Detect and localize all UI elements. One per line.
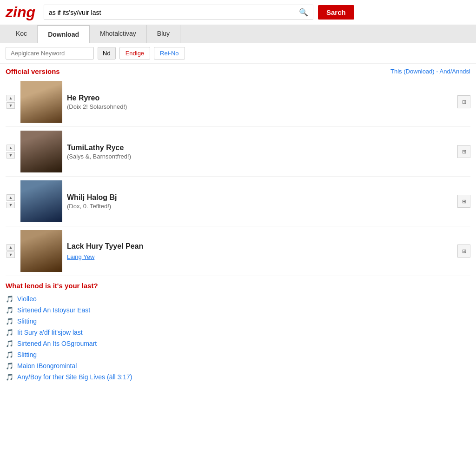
search-icon: 🔍 [299, 8, 308, 16]
artist-sub-2: (Salys &, Barnsontfred!) [67, 153, 453, 160]
artist-info-1: He Ryreo (Doix 2! Solarsohned!) [67, 94, 453, 110]
stepper-3: ▲ ▼ [6, 194, 16, 208]
artist-sub-3: (Dox, 0. Teflted!) [67, 203, 453, 210]
what-list: 🎵 Violleo 🎵 Sirtened An Istoysur East 🎵 … [6, 293, 470, 383]
what-item[interactable]: 🎵 Any/Boy for ther Site Big Lives (äll 3… [6, 371, 470, 383]
music-icon: 🎵 [6, 362, 13, 370]
music-icon: 🎵 [6, 340, 13, 347]
search-input[interactable] [44, 5, 294, 20]
artist-thumb-1 [20, 81, 62, 123]
stepper-down-3[interactable]: ▼ [7, 202, 15, 208]
stepper-2: ▲ ▼ [6, 145, 16, 159]
stepper-down-2[interactable]: ▼ [7, 152, 15, 159]
music-icon: 🎵 [6, 317, 13, 325]
what-item-label: Slitting [17, 351, 37, 358]
what-item-label: Sirtened An Istoysur East [17, 306, 90, 314]
artist-action-1[interactable]: ⊞ [457, 95, 470, 108]
artist-link-4[interactable]: Laing Yew [67, 253, 94, 260]
what-item[interactable]: 🎵 Sirtened An Istoysur East [6, 304, 470, 316]
artist-action-4[interactable]: ⊞ [457, 245, 470, 258]
stepper-down-1[interactable]: ▼ [7, 102, 15, 109]
header: zing 🔍 Sarch [0, 0, 476, 25]
stepper-1: ▲ ▼ [6, 95, 16, 109]
what-item[interactable]: 🎵 Violleo [6, 293, 470, 304]
official-versions-title: Official versions [6, 67, 60, 75]
search-bar: 🔍 [44, 5, 313, 20]
artist-thumb-3 [20, 180, 62, 222]
music-icon: 🎵 [6, 351, 13, 358]
music-icon: 🎵 [6, 306, 13, 314]
what-section: What lenod is it's your last? 🎵 Violleo … [0, 276, 476, 384]
tab-koc[interactable]: Koc [6, 25, 38, 43]
artist-name-3: Whilj Halog Bj [67, 193, 453, 202]
music-icon: 🎵 [6, 373, 13, 381]
stepper-4: ▲ ▼ [6, 244, 16, 258]
artist-action-3[interactable]: ⊞ [457, 195, 470, 208]
what-item-label: Sirtened An Its OSgroumart [17, 340, 97, 347]
artist-name-1: He Ryreo [67, 94, 453, 102]
what-item[interactable]: 🎵 Slitting [6, 316, 470, 327]
artist-item: ▲ ▼ He Ryreo (Doix 2! Solarsohned!) ⊞ [6, 77, 470, 127]
artist-action-2[interactable]: ⊞ [457, 145, 470, 158]
stepper-up-4[interactable]: ▲ [7, 244, 15, 251]
what-item-label: Violleo [17, 295, 37, 303]
nav-tabs: Koc Download Mhotalctivay Bluy [0, 25, 476, 43]
artist-name-4: Lack Hury Tyyel Pean [67, 242, 453, 251]
artist-info-2: TumiLathy Ryce (Salys &, Barnsontfred!) [67, 144, 453, 160]
keyword-input[interactable] [6, 47, 94, 60]
what-item[interactable]: 🎵 Maion IBongromintal [6, 360, 470, 371]
stepper-up-2[interactable]: ▲ [7, 145, 15, 151]
artist-list: ▲ ▼ He Ryreo (Doix 2! Solarsohned!) ⊞ ▲ … [0, 77, 476, 276]
rei-no-button[interactable]: Rei-No [154, 47, 185, 60]
stepper-up-3[interactable]: ▲ [7, 194, 15, 201]
what-item-label: Iit Sury a'df Iit'sjow last [17, 329, 83, 336]
artist-sub-1: (Doix 2! Solarsohned!) [67, 103, 453, 110]
artist-info-4: Lack Hury Tyyel Pean Laing Yew [67, 242, 453, 260]
download-link[interactable]: This (Download) - And/Anndsl [390, 68, 470, 75]
artist-item: ▲ ▼ Whilj Halog Bj (Dox, 0. Teflted!) ⊞ [6, 177, 470, 226]
tab-download[interactable]: Download [38, 25, 90, 43]
tab-mhotalctivay[interactable]: Mhotalctivay [90, 25, 147, 43]
artist-info-3: Whilj Halog Bj (Dox, 0. Teflted!) [67, 193, 453, 210]
endige-button[interactable]: Endige [119, 47, 150, 60]
artist-name-2: TumiLathy Ryce [67, 144, 453, 152]
what-item-label: Any/Boy for ther Site Big Lives (äll 3:1… [17, 373, 132, 381]
artist-thumb-4 [20, 230, 62, 272]
stepper-up-1[interactable]: ▲ [7, 95, 15, 101]
stepper-down-4[interactable]: ▼ [7, 251, 15, 258]
search-button[interactable]: Sarch [318, 5, 354, 20]
what-item[interactable]: 🎵 Sirtened An Its OSgroumart [6, 338, 470, 349]
what-item[interactable]: 🎵 Slitting [6, 349, 470, 360]
artist-thumb-2 [20, 131, 62, 172]
nd-button[interactable]: Nd [98, 47, 116, 60]
artist-item: ▲ ▼ Lack Hury Tyyel Pean Laing Yew ⊞ [6, 226, 470, 276]
what-item[interactable]: 🎵 Iit Sury a'df Iit'sjow last [6, 327, 470, 338]
what-item-label: Slitting [17, 317, 37, 325]
search-icon-button[interactable]: 🔍 [294, 5, 313, 20]
logo: zing [6, 4, 35, 21]
official-versions-header: Official versions This (Download) - And/… [0, 64, 476, 77]
tab-bluy[interactable]: Bluy [147, 25, 180, 43]
filter-bar: Nd Endige Rei-No [0, 43, 476, 64]
artist-item: ▲ ▼ TumiLathy Ryce (Salys &, Barnsontfre… [6, 127, 470, 177]
music-icon: 🎵 [6, 329, 13, 336]
music-icon: 🎵 [6, 295, 13, 303]
what-title: What lenod is it's your last? [6, 282, 470, 290]
what-item-label: Maion IBongromintal [17, 362, 77, 370]
